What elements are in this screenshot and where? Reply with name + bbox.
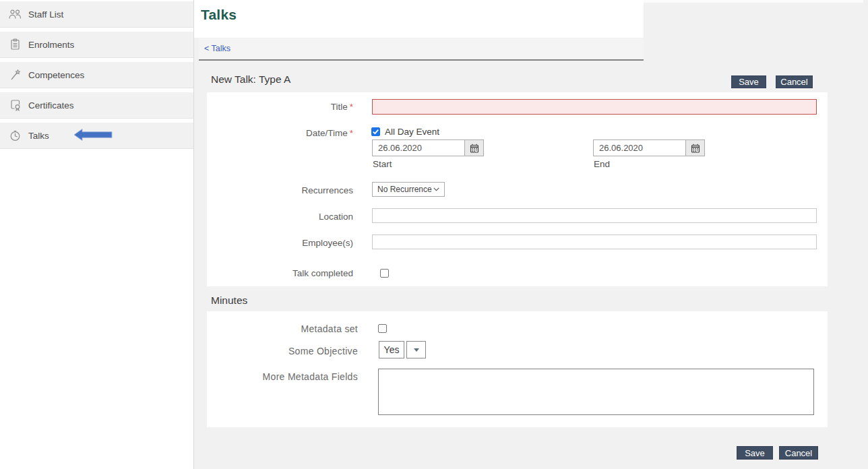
cancel-button-bottom[interactable]: Cancel bbox=[779, 446, 818, 460]
recurrences-select[interactable]: No Recurrence bbox=[372, 182, 445, 197]
save-button-top[interactable]: Save bbox=[731, 75, 766, 88]
start-date-picker-button[interactable] bbox=[464, 140, 483, 156]
breadcrumb: < Talks bbox=[199, 38, 644, 61]
sidebar-item-staff-list[interactable]: Staff List bbox=[0, 1, 193, 28]
start-date-input[interactable] bbox=[373, 140, 464, 156]
minutes-section-title: Minutes bbox=[211, 294, 247, 307]
all-day-event-checkbox[interactable] bbox=[371, 127, 380, 136]
top-edge-strip bbox=[644, 0, 863, 3]
more-metadata-label: More Metadata Fields bbox=[202, 371, 358, 382]
people-icon bbox=[9, 8, 22, 20]
more-metadata-textarea[interactable] bbox=[378, 369, 814, 415]
chevron-down-icon bbox=[433, 187, 439, 191]
some-objective-label: Some Objective bbox=[202, 346, 358, 356]
sidebar-item-enrolments[interactable]: Enrolments bbox=[0, 32, 193, 58]
page-header bbox=[194, 0, 644, 38]
datetime-label: Date/Time* bbox=[202, 128, 353, 138]
end-date-picker-button[interactable] bbox=[685, 140, 704, 156]
page-title: Talks bbox=[201, 7, 237, 23]
sidebar-item-talks[interactable]: Talks bbox=[0, 123, 193, 149]
recurrences-selected-value: No Recurrence bbox=[377, 185, 432, 194]
end-caption: End bbox=[594, 159, 610, 169]
sidebar-item-label: Enrolments bbox=[28, 40, 74, 50]
metadata-set-checkbox[interactable] bbox=[378, 324, 387, 333]
some-objective-combobox: Yes bbox=[379, 341, 426, 358]
title-label: Title* bbox=[202, 102, 353, 112]
sidebar-item-label: Competences bbox=[28, 70, 84, 80]
title-input[interactable] bbox=[372, 99, 817, 115]
location-input[interactable] bbox=[372, 208, 817, 223]
clipboard-icon bbox=[9, 38, 22, 51]
some-objective-value[interactable]: Yes bbox=[379, 341, 404, 358]
clock-icon bbox=[9, 129, 22, 142]
sidebar-item-label: Talks bbox=[28, 131, 49, 141]
sidebar-item-label: Certificates bbox=[28, 100, 74, 111]
breadcrumb-back-link[interactable]: < Talks bbox=[204, 44, 230, 53]
app-window: Staff List Enrolments Com bbox=[0, 0, 868, 469]
end-date-group bbox=[593, 139, 705, 156]
recurrences-label: Recurrences bbox=[202, 185, 353, 195]
talk-completed-checkbox[interactable] bbox=[380, 269, 389, 278]
required-marker: * bbox=[350, 102, 353, 112]
some-objective-dropdown-button[interactable] bbox=[406, 341, 426, 358]
talk-completed-label: Talk completed bbox=[202, 268, 353, 278]
sidebar: Staff List Enrolments Com bbox=[0, 0, 194, 469]
start-caption: Start bbox=[373, 159, 392, 169]
all-day-event-label: All Day Event bbox=[385, 127, 439, 137]
wand-icon bbox=[9, 69, 22, 81]
metadata-set-label: Metadata set bbox=[202, 323, 358, 334]
employees-input[interactable] bbox=[372, 234, 817, 249]
start-date-group bbox=[372, 139, 484, 156]
employees-label: Employee(s) bbox=[202, 238, 353, 248]
location-label: Location bbox=[202, 212, 353, 222]
sidebar-item-certificates[interactable]: Certificates bbox=[0, 92, 193, 119]
end-date-input[interactable] bbox=[594, 140, 685, 156]
triangle-down-icon bbox=[414, 348, 419, 352]
calendar-icon bbox=[470, 144, 479, 153]
calendar-icon bbox=[691, 144, 700, 153]
save-button-bottom[interactable]: Save bbox=[737, 446, 773, 460]
sidebar-item-competences[interactable]: Competences bbox=[0, 62, 193, 88]
left-arrow-annotation-icon bbox=[73, 128, 113, 144]
check-icon bbox=[372, 128, 379, 135]
sidebar-item-label: Staff List bbox=[28, 9, 63, 20]
required-marker: * bbox=[350, 128, 353, 138]
cancel-button-top[interactable]: Cancel bbox=[776, 75, 813, 88]
form-title: New Talk: Type A bbox=[211, 73, 290, 86]
certificate-icon bbox=[9, 99, 22, 111]
